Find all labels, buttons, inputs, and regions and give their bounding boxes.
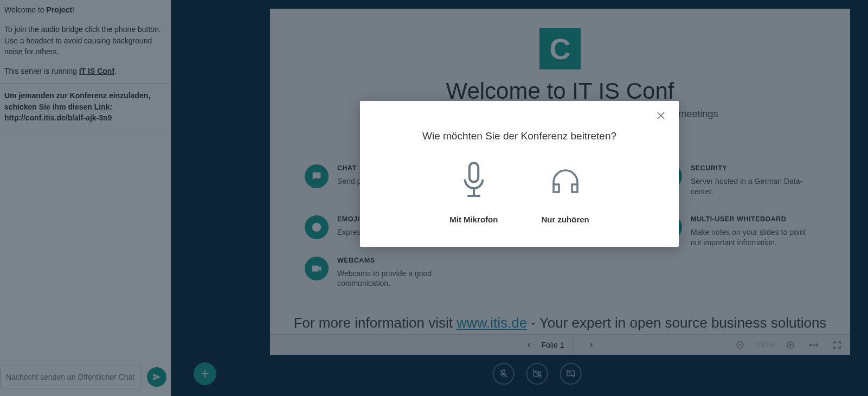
close-icon (656, 111, 666, 120)
headphones-icon (549, 162, 582, 200)
sidebar-backdrop (0, 0, 171, 396)
svg-rect-7 (470, 163, 478, 182)
main-area: C Welcome to IT IS Conf IT IS Conf web c… (171, 0, 868, 396)
modal-title: Wie möchten Sie der Konferenz beitreten? (375, 130, 664, 142)
join-with-microphone[interactable]: Mit Mikrofon (449, 162, 498, 224)
option-label: Nur zuhören (541, 215, 589, 224)
microphone-icon (458, 162, 490, 200)
audio-join-modal: Wie möchten Sie der Konferenz beitreten?… (360, 101, 679, 247)
modal-close-button[interactable] (656, 111, 666, 122)
option-label: Mit Mikrofon (449, 215, 498, 224)
join-listen-only[interactable]: Nur zuhören (541, 162, 589, 224)
modal-wrap: Wie möchten Sie der Konferenz beitreten?… (171, 0, 868, 396)
modal-options: Mit Mikrofon Nur zuhören (375, 162, 664, 224)
